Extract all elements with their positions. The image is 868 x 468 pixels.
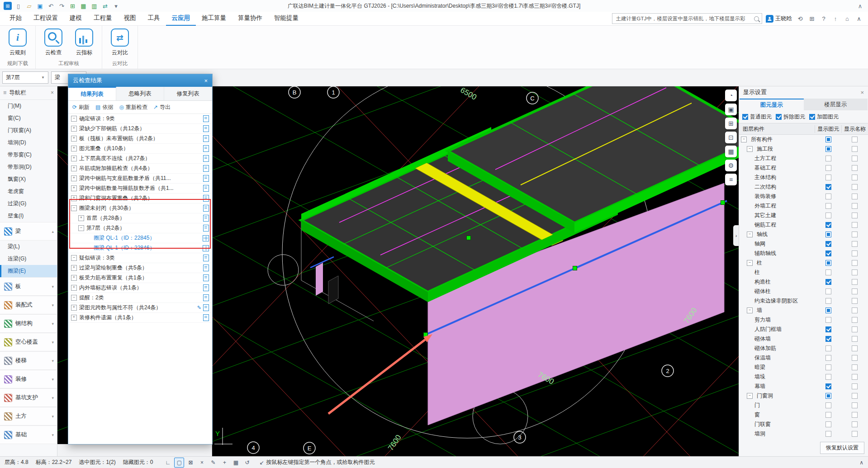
show-name-checkbox[interactable] [852,203,858,209]
show-element-checkbox[interactable] [825,374,831,380]
sidebar-item-楼梯[interactable]: 楼梯 ▾ [0,351,57,370]
show-name-checkbox[interactable] [852,279,858,285]
expand-toggle-icon[interactable]: − [71,295,77,301]
sidebar-item-飘窗(X)[interactable]: 飘窗(X) [0,173,57,185]
layer-row-构造柱[interactable]: − 构造柱 [739,277,868,287]
more-icon[interactable]: ▾ [112,2,120,10]
show-element-checkbox[interactable] [825,175,831,180]
sidebar-item-装修[interactable]: 装修 ▾ [0,370,57,388]
show-name-checkbox[interactable] [852,137,858,142]
sidebar-item-基础[interactable]: 基础 ▾ [0,425,57,444]
check-result-row[interactable]: − 提醒：2类 ✎ [68,293,212,303]
select-box-icon[interactable]: ⊡ [725,132,737,143]
sidebar-item-老虎窗[interactable]: 老虎窗 [0,185,57,198]
menu-tab-工程设置[interactable]: 工程设置 [28,11,64,25]
menu-tab-开始[interactable]: 开始 [4,11,28,25]
app-logo-icon[interactable]: ⊞ [4,2,12,10]
expand-toggle-icon[interactable]: + [71,146,77,151]
menu-tab-施工算量[interactable]: 施工算量 [196,11,232,25]
sync-icon[interactable]: ⇄ [101,2,109,10]
show-element-checkbox[interactable] [825,298,831,304]
check-result-row[interactable]: + 上下层高度不连续（共27条） ✎ [68,154,212,164]
open-folder-icon[interactable]: ▱ [25,2,33,10]
apps-grid-icon[interactable]: ⊞ [807,14,816,23]
edit-pencil-icon[interactable]: ✎ [197,305,201,311]
show-element-checkbox[interactable] [825,251,831,256]
check-result-row[interactable]: + 板（筏板）未布置钢筋（共2条） ✎ [68,134,212,144]
expand-toggle-icon[interactable]: + [71,136,77,142]
checkbox[interactable] [742,114,748,120]
detail-doc-icon[interactable] [203,135,209,142]
expand-toggle-icon[interactable]: + [71,305,77,311]
filter-普通图元[interactable]: 普通图元 [742,113,772,121]
layer-row-装饰装修[interactable]: − 装饰装修 [739,192,868,201]
search-icon[interactable] [754,16,759,21]
layer-row-人防门框墙[interactable]: − 人防门框墙 [739,325,868,334]
ribbon-button-云规则[interactable]: 云规则 [5,28,31,59]
show-element-checkbox[interactable] [825,288,831,294]
show-element-checkbox[interactable] [825,355,831,361]
layer-row-主体结构[interactable]: − 主体结构 [739,173,868,182]
detail-doc-icon[interactable] [203,185,209,192]
layer-row-保温墙[interactable]: − 保温墙 [739,353,868,363]
detail-doc-icon[interactable] [203,145,209,152]
sidebar-item-装配式[interactable]: 装配式 ▾ [0,296,57,314]
floor-select[interactable]: 第7层▼ [2,71,48,84]
show-name-checkbox[interactable] [852,364,858,370]
show-element-checkbox[interactable] [825,260,831,266]
layer-row-轴网[interactable]: − 轴网 [739,239,868,249]
layer-row-所有构件[interactable]: − 所有构件 [739,135,868,144]
show-name-checkbox[interactable] [852,184,858,190]
show-element-checkbox[interactable] [825,213,831,218]
show-name-checkbox[interactable] [852,402,858,408]
sidebar-item-圈梁(E)[interactable]: 圈梁(E) [0,265,57,277]
expand-toggle-icon[interactable]: − [747,146,753,152]
building-model[interactable] [301,86,739,425]
check-result-row[interactable]: 圈梁 QL-1（ID：22845） ✎ [68,233,212,243]
checkbox[interactable] [776,114,782,120]
select-mode-icon[interactable]: ▢ [174,458,184,468]
show-element-checkbox[interactable] [825,165,831,171]
show-element-checkbox[interactable] [825,402,831,408]
detail-doc-icon[interactable] [203,115,209,122]
show-name-checkbox[interactable] [852,251,858,256]
sidebar-item-基坑支护[interactable]: 基坑支护 ▾ [0,388,57,407]
layer-row-二次结构[interactable]: − 二次结构 [739,182,868,192]
locate-crosshair-icon[interactable] [203,245,209,251]
ribbon-button-云检查[interactable]: 云检查 [40,28,66,59]
sidebar-item-带形洞(D)[interactable]: 带形洞(D) [0,161,57,173]
expand-toggle-icon[interactable]: + [71,195,77,201]
show-name-checkbox[interactable] [852,374,858,380]
expand-toggle-icon[interactable]: − [747,260,753,266]
chart-icon[interactable]: ▥ [90,2,99,10]
layer-row-幕墙[interactable]: − 幕墙 [739,382,868,391]
sidebar-item-梁(L)[interactable]: 梁(L) [0,241,57,253]
layer-row-窗[interactable]: − 窗 [739,410,868,420]
detail-doc-icon[interactable] [203,294,209,301]
menu-tab-视图[interactable]: 视图 [118,11,142,25]
detail-doc-icon[interactable] [203,255,209,261]
detail-doc-icon[interactable] [203,215,209,222]
locate-crosshair-icon[interactable] [203,235,209,241]
layer-row-墙洞[interactable]: − 墙洞 [739,429,868,439]
grid-snap-icon[interactable]: ▦ [231,458,241,468]
sidebar-item-连梁(G)[interactable]: 连梁(G) [0,253,57,265]
show-name-checkbox[interactable] [852,222,858,228]
check-result-row[interactable]: + 内外墙标志错误（共1条） ✎ [68,283,212,293]
detail-doc-icon[interactable] [203,155,209,162]
show-name-checkbox[interactable] [852,213,858,218]
show-element-checkbox[interactable] [825,232,831,237]
menu-tab-云应用[interactable]: 云应用 [166,11,196,26]
layer-row-门[interactable]: − 门 [739,401,868,410]
ribbon-button-云对比[interactable]: 云对比 [107,28,133,59]
check-result-row[interactable]: + 梁图元跨数与属性不符（共24条） ✎ [68,303,212,313]
show-element-checkbox[interactable] [825,412,831,418]
deselect-icon[interactable]: × [197,458,207,468]
detail-doc-icon[interactable] [203,314,209,321]
layer-row-门联窗[interactable]: − 门联窗 [739,420,868,429]
show-element-checkbox[interactable] [825,269,831,275]
menu-tab-算量协作[interactable]: 算量协作 [232,11,268,25]
check-result-row[interactable]: 圈梁 QL-1（ID：22846） ✎ [68,243,212,253]
check-result-row[interactable]: + 梁缺少下部钢筋（共12条） ✎ [68,124,212,134]
layer-row-柱[interactable]: − 柱 [739,268,868,277]
